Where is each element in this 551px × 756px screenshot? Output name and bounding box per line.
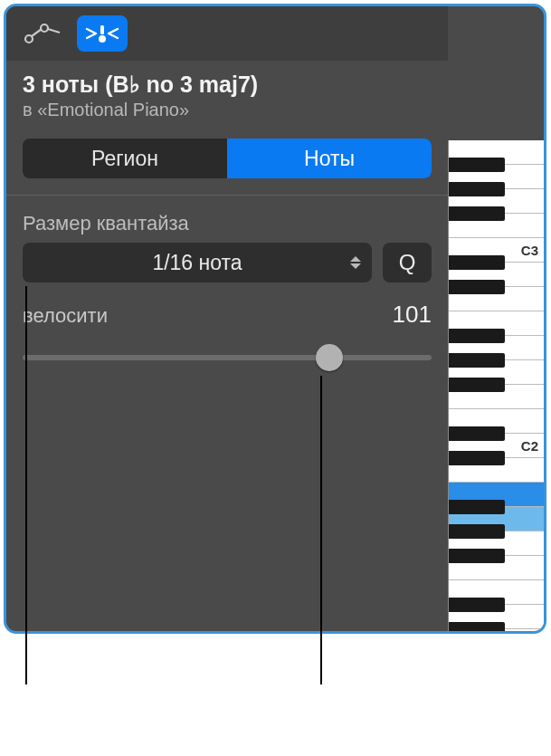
inspector-panel: 3 ноты (B♭ no 3 maj7) в «Emotional Piano…	[4, 4, 546, 634]
quantize-size-select[interactable]: 1/16 нота	[23, 243, 372, 282]
inspector-content: 3 ноты (B♭ no 3 maj7) в «Emotional Piano…	[6, 6, 448, 631]
slider-track	[23, 355, 432, 360]
svg-line-1	[32, 29, 42, 36]
velocity-row: велосити 101	[6, 282, 448, 334]
callout-line-quantize	[25, 286, 27, 684]
black-key[interactable]	[449, 158, 505, 172]
selection-title: 3 ноты (B♭ no 3 maj7)	[23, 72, 432, 98]
svg-point-0	[25, 35, 33, 43]
quantize-size-value: 1/16 нота	[152, 251, 242, 275]
key-label-c3: C3	[521, 243, 538, 258]
black-key[interactable]	[449, 451, 505, 465]
inspector-tabs: Регион Ноты	[23, 139, 432, 178]
selection-subtitle: в «Emotional Piano»	[23, 100, 432, 120]
black-key[interactable]	[449, 426, 505, 441]
quantize-section-label: Размер квантайза	[6, 196, 448, 243]
slider-thumb[interactable]	[316, 344, 343, 371]
black-key[interactable]	[449, 622, 505, 634]
svg-line-3	[48, 29, 60, 33]
select-stepper-icon	[350, 256, 361, 269]
velocity-value[interactable]: 101	[393, 301, 432, 329]
callout-line-velocity	[320, 376, 322, 684]
black-key[interactable]	[449, 524, 505, 539]
svg-point-5	[99, 35, 106, 43]
velocity-slider[interactable]	[23, 340, 432, 376]
velocity-label: велосити	[23, 304, 108, 328]
black-key[interactable]	[449, 280, 505, 294]
black-key[interactable]	[449, 182, 505, 196]
black-key[interactable]	[449, 378, 505, 392]
automation-mode-button[interactable]	[17, 15, 68, 52]
black-key[interactable]	[449, 598, 505, 612]
black-key[interactable]	[449, 255, 505, 270]
svg-point-2	[41, 24, 48, 32]
tab-region[interactable]: Регион	[23, 139, 227, 178]
selection-info: 3 ноты (B♭ no 3 maj7) в «Emotional Piano…	[6, 61, 448, 126]
black-key[interactable]	[449, 500, 505, 514]
apply-quantize-button[interactable]: Q	[383, 243, 432, 282]
black-key[interactable]	[449, 329, 505, 343]
black-key[interactable]	[449, 353, 505, 368]
tab-notes[interactable]: Ноты	[227, 139, 432, 178]
black-key[interactable]	[449, 549, 505, 563]
svg-rect-4	[100, 25, 104, 34]
automation-icon	[24, 23, 62, 44]
toolbar	[6, 6, 448, 61]
quantize-row: 1/16 нота Q	[6, 243, 448, 282]
key-label-c2: C2	[521, 438, 538, 454]
notes-mode-icon	[83, 22, 121, 45]
piano-keyboard[interactable]: C3 C2	[448, 140, 544, 631]
black-key[interactable]	[449, 206, 505, 221]
notes-mode-button[interactable]	[77, 15, 128, 52]
